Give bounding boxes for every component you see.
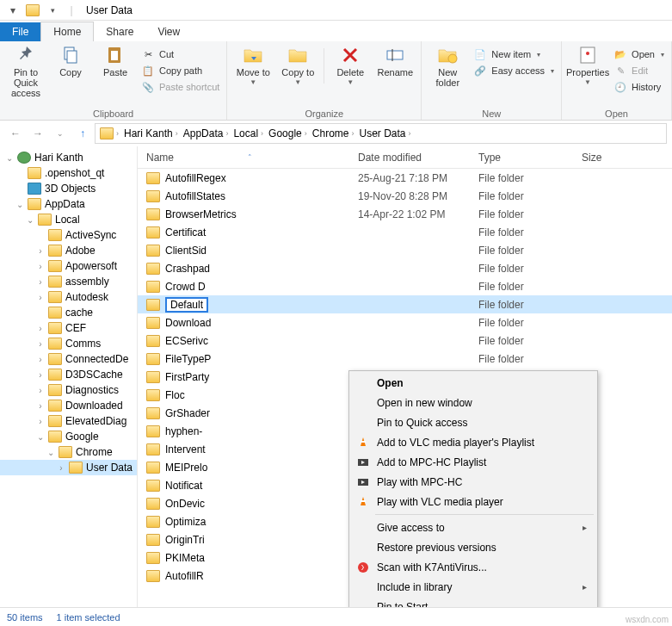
tree-item[interactable]: cache xyxy=(0,305,137,320)
copy-to-button[interactable]: Copy to▼ xyxy=(277,45,318,87)
tree-item[interactable]: ›User Data xyxy=(0,460,137,475)
tree-item[interactable]: ⌄Hari Kanth xyxy=(0,150,137,165)
tree-expand-icon[interactable]: ⌄ xyxy=(36,432,45,442)
rename-button[interactable]: Rename xyxy=(374,45,416,87)
new-folder-button[interactable]: New folder xyxy=(427,45,468,88)
tree-expand-icon[interactable]: ⌄ xyxy=(5,153,14,163)
tree-item[interactable]: ›CEF xyxy=(0,320,137,336)
qat-dropdown-icon[interactable]: ▾ xyxy=(3,2,22,19)
table-row[interactable]: AutofillStates19-Nov-20 8:28 PMFile fold… xyxy=(138,187,672,205)
tree-item[interactable]: ⌄Local xyxy=(0,212,137,227)
paste-button[interactable]: Paste xyxy=(95,45,136,98)
context-item[interactable]: Open xyxy=(351,373,595,393)
tree-item[interactable]: 3D Objects xyxy=(0,181,137,196)
easy-access-button[interactable]: 🔗Easy access▾ xyxy=(472,63,556,78)
table-row[interactable]: ClientSidFile folder xyxy=(138,241,672,259)
context-item[interactable]: Add to MPC-HC Playlist xyxy=(351,452,595,472)
tree-item[interactable]: ActiveSync xyxy=(0,227,137,243)
col-name[interactable]: Name˄ xyxy=(138,152,358,164)
new-item-button[interactable]: 📄New item▾ xyxy=(472,46,556,62)
tree-expand-icon[interactable]: › xyxy=(36,401,45,411)
table-row[interactable]: DownloadFile folder xyxy=(138,313,672,332)
delete-button[interactable]: Delete▼ xyxy=(330,45,371,87)
recent-dropdown-icon[interactable]: ⌄ xyxy=(50,123,71,144)
tree-expand-icon[interactable]: › xyxy=(36,262,45,271)
back-button[interactable]: ← xyxy=(5,123,26,144)
context-item[interactable]: Pin to Quick access xyxy=(351,412,595,432)
column-headers[interactable]: Name˄ Date modified Type Size xyxy=(138,146,672,169)
properties-button[interactable]: Properties▼ xyxy=(567,45,608,95)
col-date[interactable]: Date modified xyxy=(358,152,478,164)
up-button[interactable]: ↑ xyxy=(72,123,93,144)
move-to-button[interactable]: Move to▼ xyxy=(232,45,274,87)
tab-home[interactable]: Home xyxy=(40,22,94,41)
tree-item[interactable]: ›D3DSCache xyxy=(0,367,137,382)
tab-file[interactable]: File xyxy=(0,22,40,41)
tree-item[interactable]: ›Adobe xyxy=(0,243,137,258)
table-row[interactable]: BrowserMetrics14-Apr-22 1:02 PMFile fold… xyxy=(138,205,672,223)
breadcrumb-segment[interactable]: User Data› xyxy=(356,127,413,139)
tree-item[interactable]: ›Diagnostics xyxy=(0,382,137,398)
tree-item[interactable]: ›assembly xyxy=(0,274,137,289)
breadcrumb-bar[interactable]: › Hari Kanth›AppData›Local›Google›Chrome… xyxy=(95,123,667,144)
tab-share[interactable]: Share xyxy=(94,22,145,41)
context-item[interactable]: Restore previous versions xyxy=(351,537,595,557)
tree-expand-icon[interactable]: ⌄ xyxy=(46,448,55,457)
tree-expand-icon[interactable]: › xyxy=(36,293,45,302)
tree-expand-icon[interactable]: › xyxy=(57,463,65,473)
breadcrumb-segment[interactable]: AppData› xyxy=(181,127,231,139)
tree-expand-icon[interactable]: › xyxy=(36,417,45,426)
pin-to-quick-access-button[interactable]: Pin to Quick access xyxy=(5,45,46,98)
nav-tree[interactable]: ⌄Hari Kanth.openshot_qt3D Objects⌄AppDat… xyxy=(0,146,138,611)
history-button[interactable]: 🕘History xyxy=(612,79,666,95)
tree-expand-icon[interactable]: › xyxy=(36,277,45,287)
context-item[interactable]: Open in new window xyxy=(351,393,595,412)
edit-button[interactable]: ✎Edit xyxy=(612,63,666,78)
tree-item[interactable]: ›ConnectedDe xyxy=(0,351,137,367)
tree-item[interactable]: ›ElevatedDiag xyxy=(0,413,137,429)
table-row[interactable]: CertificatFile folder xyxy=(138,223,672,241)
tree-item[interactable]: ›Downloaded xyxy=(0,398,137,413)
breadcrumb-segment[interactable]: Hari Kanth› xyxy=(121,127,181,139)
copy-button[interactable]: Copy xyxy=(50,45,91,98)
tree-item[interactable]: ⌄AppData xyxy=(0,196,137,212)
table-row[interactable]: DefaultFile folder xyxy=(138,295,672,313)
copy-path-button[interactable]: 📋Copy path xyxy=(139,63,221,78)
tree-expand-icon[interactable]: › xyxy=(36,324,45,333)
context-item[interactable]: Add to VLC media player's Playlist xyxy=(351,432,595,452)
forward-button[interactable]: → xyxy=(28,123,48,144)
tree-item[interactable]: ⌄Chrome xyxy=(0,444,137,460)
paste-shortcut-button[interactable]: 📎Paste shortcut xyxy=(139,79,221,95)
tree-item[interactable]: ›Apowersoft xyxy=(0,258,137,274)
tree-expand-icon[interactable]: › xyxy=(36,355,45,364)
breadcrumb-segment[interactable]: Chrome› xyxy=(310,127,357,139)
context-item[interactable]: Give access to▸ xyxy=(351,518,595,537)
context-item[interactable]: Play with VLC media player xyxy=(351,492,595,511)
table-row[interactable]: FileTypePFile folder xyxy=(138,350,672,368)
context-item[interactable]: Include in library▸ xyxy=(351,577,595,597)
tree-item[interactable]: .openshot_qt xyxy=(0,165,137,181)
breadcrumb-segment[interactable]: Google› xyxy=(266,127,310,139)
tree-expand-icon[interactable]: › xyxy=(36,246,45,256)
col-size[interactable]: Size xyxy=(582,152,672,164)
table-row[interactable]: AutofillRegex25-Aug-21 7:18 PMFile folde… xyxy=(138,169,672,187)
context-item[interactable]: Play with MPC-HC xyxy=(351,472,595,492)
breadcrumb-segment[interactable]: Local› xyxy=(231,127,266,139)
tree-item[interactable]: ⌄Google xyxy=(0,429,137,444)
open-button[interactable]: 📂Open▾ xyxy=(612,46,666,62)
tree-expand-icon[interactable]: ⌄ xyxy=(26,215,34,225)
table-row[interactable]: CrashpadFile folder xyxy=(138,259,672,277)
cut-button[interactable]: ✂Cut xyxy=(139,46,221,62)
qat-caret-icon[interactable]: ▾ xyxy=(43,2,62,19)
col-type[interactable]: Type xyxy=(478,152,582,164)
tree-expand-icon[interactable]: ⌄ xyxy=(15,200,24,209)
tab-view[interactable]: View xyxy=(145,22,192,41)
context-item[interactable]: Scan with K7AntiVirus... xyxy=(351,557,595,577)
table-row[interactable]: Crowd DFile folder xyxy=(138,277,672,295)
tree-expand-icon[interactable]: › xyxy=(36,339,45,349)
tree-item[interactable]: ›Comms xyxy=(0,336,137,351)
table-row[interactable]: ECSerivcFile folder xyxy=(138,332,672,350)
tree-expand-icon[interactable]: › xyxy=(36,370,45,380)
tree-item[interactable]: ›Autodesk xyxy=(0,289,137,305)
tree-expand-icon[interactable]: › xyxy=(36,386,45,395)
